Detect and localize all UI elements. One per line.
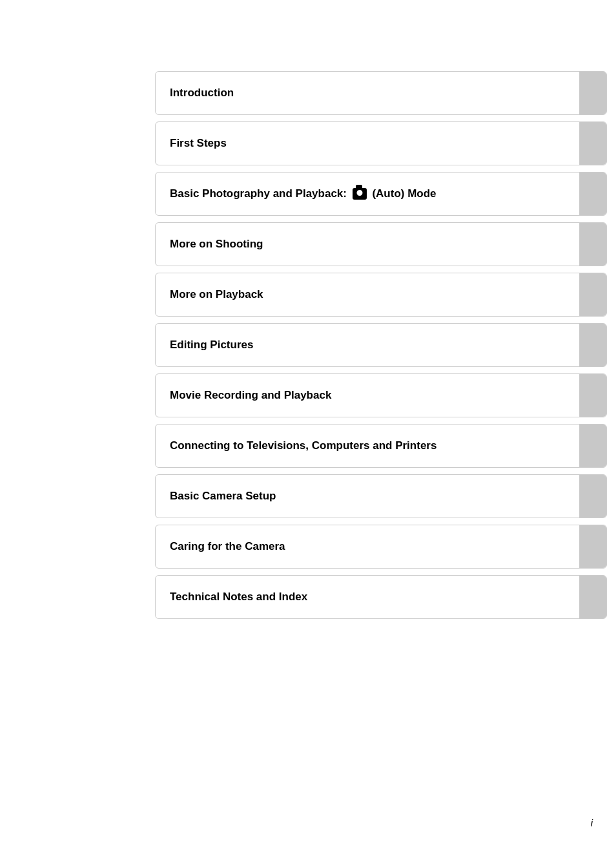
- toc-item-connecting[interactable]: Connecting to Televisions, Computers and…: [155, 424, 607, 468]
- toc-tab-caring-for-camera: [579, 525, 606, 568]
- camera-icon: [353, 188, 367, 200]
- toc-item-label-first-steps: First Steps: [156, 122, 579, 165]
- toc-item-editing-pictures[interactable]: Editing Pictures: [155, 323, 607, 367]
- toc-item-label-more-on-shooting: More on Shooting: [156, 223, 579, 266]
- toc-item-basic-photography[interactable]: Basic Photography and Playback: (Auto) M…: [155, 172, 607, 216]
- toc-item-label-caring-for-camera: Caring for the Camera: [156, 525, 579, 568]
- page-container: Introduction First Steps Basic Photograp…: [0, 0, 616, 849]
- toc-item-label-introduction: Introduction: [156, 72, 579, 114]
- toc-item-more-on-shooting[interactable]: More on Shooting: [155, 222, 607, 266]
- toc-tab-introduction: [579, 72, 606, 114]
- table-of-contents: Introduction First Steps Basic Photograp…: [155, 71, 607, 625]
- toc-item-label-technical-notes: Technical Notes and Index: [156, 576, 579, 618]
- toc-item-label-basic-photography: Basic Photography and Playback: (Auto) M…: [156, 173, 579, 215]
- toc-item-caring-for-camera[interactable]: Caring for the Camera: [155, 525, 607, 569]
- toc-item-label-more-on-playback: More on Playback: [156, 273, 579, 316]
- toc-tab-basic-photography: [579, 173, 606, 215]
- toc-item-first-steps[interactable]: First Steps: [155, 121, 607, 165]
- toc-tab-more-on-playback: [579, 273, 606, 316]
- toc-tab-first-steps: [579, 122, 606, 165]
- toc-tab-movie-recording: [579, 374, 606, 417]
- toc-item-label-movie-recording: Movie Recording and Playback: [156, 374, 579, 417]
- toc-tab-basic-camera-setup: [579, 475, 606, 518]
- toc-item-more-on-playback[interactable]: More on Playback: [155, 273, 607, 317]
- toc-item-introduction[interactable]: Introduction: [155, 71, 607, 115]
- toc-tab-connecting: [579, 424, 606, 467]
- toc-item-label-connecting: Connecting to Televisions, Computers and…: [156, 424, 579, 467]
- basic-photography-text-prefix: Basic Photography and Playback:: [170, 187, 350, 200]
- basic-photography-text-suffix: (Auto) Mode: [369, 187, 436, 200]
- page-number: i: [591, 817, 593, 828]
- toc-tab-technical-notes: [579, 576, 606, 618]
- toc-tab-more-on-shooting: [579, 223, 606, 266]
- toc-tab-editing-pictures: [579, 324, 606, 366]
- toc-item-movie-recording[interactable]: Movie Recording and Playback: [155, 373, 607, 417]
- toc-item-technical-notes[interactable]: Technical Notes and Index: [155, 575, 607, 619]
- toc-item-label-editing-pictures: Editing Pictures: [156, 324, 579, 366]
- toc-item-basic-camera-setup[interactable]: Basic Camera Setup: [155, 474, 607, 518]
- toc-item-label-basic-camera-setup: Basic Camera Setup: [156, 475, 579, 518]
